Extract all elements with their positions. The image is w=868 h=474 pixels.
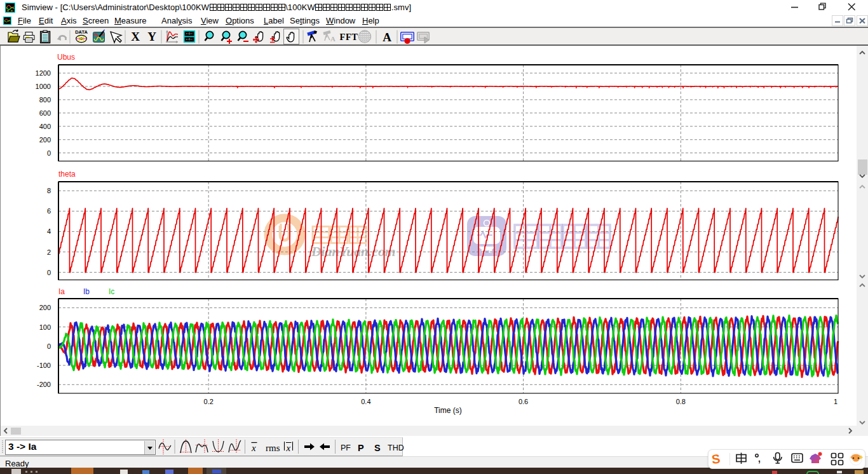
svg-text:600: 600 [39,109,51,117]
svg-text:100: 100 [39,323,51,331]
svg-text:x: x [251,443,256,453]
svg-text:1200: 1200 [36,69,51,77]
svg-text:200: 200 [39,304,51,311]
svg-text:0.6: 0.6 [519,398,528,405]
svg-text:S: S [374,443,381,453]
svg-text:0.4: 0.4 [361,398,370,405]
svg-text:8: 8 [47,187,51,194]
svg-text:-200: -200 [37,381,51,388]
svg-text:2: 2 [47,248,51,256]
svg-text:,: , [758,454,761,464]
svg-text:rms: rms [266,443,280,453]
svg-text:4: 4 [47,227,51,235]
svg-text:0: 0 [47,342,51,350]
svg-text:6: 6 [47,207,51,215]
svg-text:1000: 1000 [36,83,51,90]
svg-text:Ic: Ic [109,287,114,296]
svg-text:x: x [286,443,291,453]
svg-text:0.8: 0.8 [676,398,686,405]
svg-text:DATA: DATA [75,29,88,35]
svg-text:200: 200 [39,136,51,144]
svg-text:1: 1 [834,398,837,405]
svg-text:theta: theta [58,170,76,179]
svg-text:X: X [131,30,140,43]
svg-text:P: P [358,443,364,453]
svg-text:PF: PF [341,444,351,452]
svg-text:800: 800 [39,96,51,104]
svg-text:Ib: Ib [83,287,90,296]
svg-text:THD: THD [388,444,404,452]
svg-text:S: S [711,452,721,466]
svg-text:Time (s): Time (s) [434,406,462,415]
svg-text:Ia: Ia [58,287,65,296]
svg-text:Ubus: Ubus [57,53,75,62]
svg-text:400: 400 [39,123,51,130]
svg-text:0.2: 0.2 [204,398,214,405]
svg-text:Y: Y [147,30,156,43]
svg-text:A: A [330,35,336,43]
svg-text:0: 0 [47,269,51,276]
svg-text:0: 0 [47,149,51,157]
svg-text:FFT: FFT [340,32,358,42]
svg-text:-100: -100 [37,362,51,369]
svg-text:A: A [383,30,391,44]
